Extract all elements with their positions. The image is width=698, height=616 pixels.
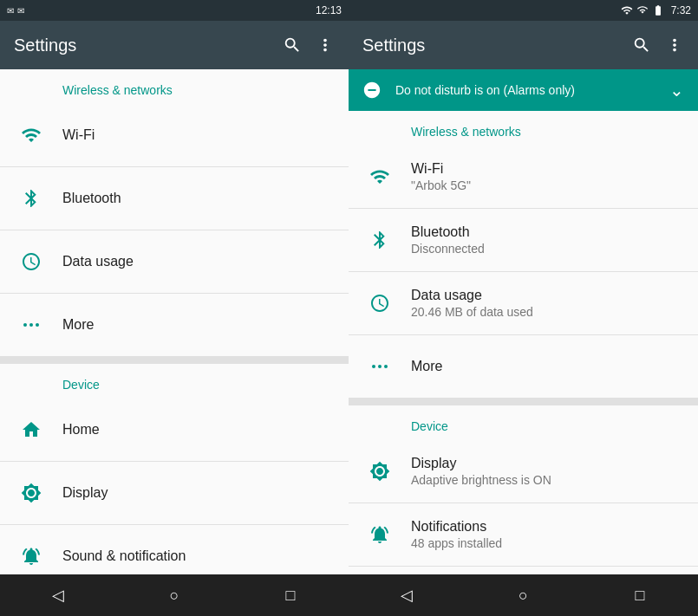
data-usage-icon-left [14,244,49,279]
data-usage-title-left: Data usage [62,254,335,269]
status-time-left: 12:13 [316,4,342,16]
notifications-subtitle-right: 48 apps installed [411,536,684,550]
wifi-item-left[interactable]: Wi-Fi [0,104,349,167]
notifications-text-right: Notifications 48 apps installed [411,519,684,550]
display-item-right[interactable]: Display Adaptive brightness is ON [349,440,698,503]
bluetooth-title-right: Bluetooth [411,224,684,240]
bluetooth-subtitle-right: Disconnected [411,242,684,256]
sound-item-left[interactable]: Sound & notification [0,525,349,574]
section-header-wireless-left: Wireless & networks [0,69,349,104]
home-title-left: Home [62,422,335,438]
home-item-left[interactable]: Home [0,399,349,462]
notifications-item-right[interactable]: Notifications 48 apps installed [349,503,698,567]
svg-point-0 [23,323,27,327]
search-button-left[interactable] [283,36,302,55]
dnd-text: Do not disturb is on (Alarms only) [395,83,656,97]
bluetooth-icon-right [362,223,397,257]
email-icon: ✉ [7,6,14,16]
display-text-right: Display Adaptive brightness is ON [411,456,684,487]
home-button-left[interactable]: ○ [153,574,195,616]
bluetooth-item-right[interactable]: Bluetooth Disconnected [349,209,698,272]
dnd-icon [362,81,382,100]
section-header-wireless-right: Wireless & networks [349,111,698,146]
status-icons-right [621,4,664,16]
svg-point-1 [29,323,33,327]
app-bar-right: Settings [349,21,698,69]
display-title-left: Display [62,485,335,501]
msg-icon: ✉ [17,6,24,16]
svg-point-2 [36,323,39,327]
nav-bar-right: ◁ ○ □ [349,574,698,616]
more-options-button-right[interactable] [665,36,684,55]
dnd-chevron-icon: ⌄ [669,80,684,101]
home-button-right[interactable]: ○ [502,574,544,616]
section-header-device-left: Device [0,364,349,399]
wifi-icon-left [14,118,49,152]
settings-list-right: Wireless & networks Wi-Fi "Arbok 5G" Blu… [349,111,698,574]
status-bar-right: 7:32 [349,0,698,21]
more-text-right: More [411,359,684,374]
data-usage-icon-right [362,286,397,321]
data-usage-subtitle-right: 20.46 MB of data used [411,305,684,319]
search-button-right[interactable] [632,36,651,55]
app-bar-actions-right [632,36,684,55]
more-text-left: More [62,317,335,333]
bluetooth-icon-left [14,181,49,216]
notifications-title-right: Notifications [411,519,684,535]
status-icons-left: ✉ ✉ [7,6,24,16]
recents-button-left[interactable]: □ [270,574,311,616]
display-icon-left [14,476,49,510]
notifications-icon-right [362,517,397,552]
bluetooth-title-left: Bluetooth [62,191,335,206]
bluetooth-text-left: Bluetooth [62,191,335,206]
display-item-left[interactable]: Display [0,462,349,525]
display-title-right: Display [411,456,684,471]
display-text-left: Display [62,485,335,501]
display-subtitle-right: Adaptive brightness is ON [411,473,684,487]
app-title-right: Settings [362,36,425,55]
more-item-left[interactable]: More [0,294,349,357]
data-usage-item-left[interactable]: Data usage [0,230,349,294]
sound-text-left: Sound & notification [62,548,335,564]
section-divider-left [0,357,349,364]
wifi-title-left: Wi-Fi [62,127,335,143]
wifi-text-right: Wi-Fi "Arbok 5G" [411,161,684,192]
more-title-right: More [411,359,684,374]
svg-point-3 [372,365,375,368]
settings-list-left: Wireless & networks Wi-Fi Bluetooth [0,69,349,574]
nav-bar-left: ◁ ○ □ [0,574,349,616]
bluetooth-text-right: Bluetooth Disconnected [411,224,684,256]
wifi-text-left: Wi-Fi [62,127,335,143]
wifi-item-right[interactable]: Wi-Fi "Arbok 5G" [349,146,698,209]
app-title-left: Settings [14,36,76,55]
left-panel: ✉ ✉ 12:13 Settings Wireless & networks [0,0,349,616]
home-icon-left [14,412,49,447]
back-button-left[interactable]: ◁ [37,574,79,616]
section-divider-right [349,399,698,405]
home-text-left: Home [62,422,335,438]
more-title-left: More [62,317,335,333]
svg-point-4 [378,365,382,368]
app-bar-left: Settings [0,21,349,69]
right-panel: 7:32 Settings Do not disturb is on (Alar… [349,0,698,616]
display-icon-right [362,454,397,489]
dnd-banner[interactable]: Do not disturb is on (Alarms only) ⌄ [349,69,698,111]
wifi-icon-right [362,159,397,194]
wifi-title-right: Wi-Fi [411,161,684,177]
data-usage-item-right[interactable]: Data usage 20.46 MB of data used [349,272,698,335]
more-options-button-left[interactable] [316,36,335,55]
more-icon-left [14,308,49,342]
app-bar-actions-left [283,36,335,55]
more-item-right[interactable]: More [349,335,698,399]
data-usage-title-right: Data usage [411,288,684,303]
sound-title-left: Sound & notification [62,548,335,564]
bluetooth-item-left[interactable]: Bluetooth [0,167,349,230]
section-header-device-right: Device [349,405,698,440]
more-icon-right [362,349,397,384]
recents-button-right[interactable]: □ [619,574,661,616]
sound-icon-left [14,539,49,574]
status-time-right: 7:32 [671,4,691,16]
back-button-right[interactable]: ◁ [386,574,427,616]
data-usage-text-left: Data usage [62,254,335,269]
svg-point-5 [384,365,388,368]
